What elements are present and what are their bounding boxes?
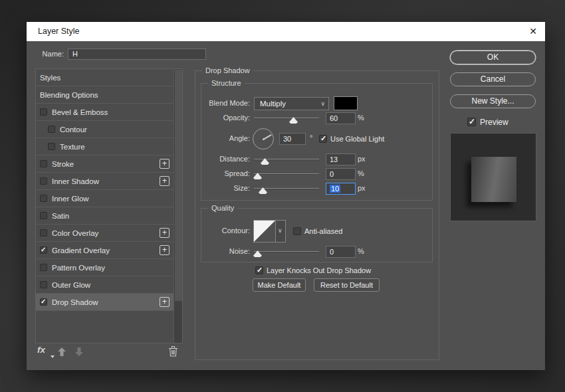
effect-preview-image [471,157,516,202]
list-item-label: Drop Shadow [52,298,98,306]
fx-menu-button[interactable]: fx [37,345,45,355]
list-item-stroke[interactable]: Stroke+ [36,155,173,173]
checkbox[interactable] [40,264,47,271]
spread-slider[interactable] [254,173,319,175]
move-up-icon[interactable] [56,347,67,359]
cancel-button[interactable]: Cancel [450,72,536,86]
name-label: Name: [39,50,64,58]
chevron-down-icon: ∨ [278,227,282,234]
size-input[interactable]: 10 [326,183,356,195]
list-item-label: Satin [52,212,69,220]
checkbox[interactable] [48,126,55,133]
spread-label: Spread: [165,169,250,177]
noise-slider[interactable] [254,251,319,252]
use-global-light-label: Use Global Light [330,135,384,143]
contour-picker-button[interactable]: ∨ [276,220,286,243]
opacity-slider[interactable] [254,118,319,119]
blend-mode-select[interactable]: Multiply ∨ [254,97,329,110]
checkbox[interactable] [40,298,47,306]
distance-input[interactable]: 13 [326,153,356,165]
list-item-pattern-overlay[interactable]: Pattern Overlay [36,259,173,276]
list-item-label: Color Overlay [52,229,98,237]
name-input[interactable]: H [68,49,206,60]
list-item-bevel-emboss[interactable]: Bevel & Emboss [36,104,173,121]
checkbox[interactable] [40,108,47,116]
group-title: Drop Shadow [202,66,253,74]
list-item-outer-glow[interactable]: Outer Glow [36,276,173,294]
fx-caret-icon [51,355,55,358]
new-style-button[interactable]: New Style... [450,94,536,108]
list-item-blending-options[interactable]: Blending Options [36,86,173,104]
list-item-inner-shadow[interactable]: Inner Shadow+ [36,173,173,190]
angle-needle [263,134,272,140]
list-item-label: Contour [60,126,87,134]
list-item-label: Stroke [52,160,74,168]
opacity-unit: % [358,114,364,122]
title-bar[interactable]: Layer Style ✕ [27,22,545,41]
list-item-color-overlay[interactable]: Color Overlay+ [36,225,173,242]
blend-mode-value: Multiply [260,100,286,108]
list-item-label: Inner Shadow [52,177,99,185]
angle-dial[interactable] [253,128,274,149]
noise-label: Noise: [165,247,250,255]
opacity-input[interactable]: 60 [326,112,356,124]
checkbox[interactable] [40,246,47,254]
list-item-label: Pattern Overlay [52,264,105,272]
spread-unit: % [358,169,364,177]
list-item-styles[interactable]: Styles [36,69,173,86]
checkbox[interactable] [40,195,47,202]
delete-effect-icon[interactable] [168,345,178,359]
reset-to-default-button[interactable]: Reset to Default [314,278,380,292]
list-item-contour[interactable]: Contour [36,121,173,138]
spread-input[interactable]: 0 [326,168,356,180]
blend-mode-label: Blend Mode: [165,99,250,107]
ok-button[interactable]: OK [450,50,536,64]
noise-input[interactable]: 0 [326,246,356,258]
distance-label: Distance: [165,155,250,163]
list-item-satin[interactable]: Satin [36,207,173,225]
chevron-down-icon: ∨ [320,98,325,110]
list-item-inner-glow[interactable]: Inner Glow [36,190,173,207]
angle-label: Angle: [165,134,250,142]
contour-label: Contour: [165,227,250,235]
list-item-gradient-overlay[interactable]: Gradient Overlay+ [36,242,173,259]
add-instance-icon[interactable]: + [160,297,170,307]
styles-list: Styles Blending Options Bevel & Emboss C… [35,68,183,343]
scrollbar[interactable] [173,69,182,343]
anti-aliased-checkbox[interactable] [293,227,301,235]
close-icon[interactable]: ✕ [529,25,537,37]
checkbox[interactable] [40,160,47,167]
angle-input[interactable]: 30 [279,133,306,145]
list-item-drop-shadow[interactable]: Drop Shadow+ [36,294,173,311]
checkbox[interactable] [40,177,47,185]
list-item-label: Bevel & Emboss [52,108,108,116]
checkbox[interactable] [40,229,47,237]
effect-preview-panel [450,133,536,221]
distance-unit: px [358,155,366,163]
angle-center-dot [263,138,265,140]
checkbox[interactable] [48,143,55,150]
list-item-label: Texture [60,143,85,151]
list-item-label: Inner Glow [52,195,89,203]
list-item-label: Blending Options [40,91,98,99]
move-down-icon[interactable] [74,347,84,359]
group-title: Quality [208,204,237,212]
shadow-color-swatch[interactable] [334,96,358,110]
checkbox[interactable] [40,281,47,288]
opacity-label: Opacity: [165,114,250,122]
list-item-label: Styles [40,74,60,82]
make-default-button[interactable]: Make Default [253,278,306,292]
preview-checkbox[interactable] [467,118,476,126]
layer-knocks-out-checkbox[interactable] [255,266,263,274]
anti-aliased-label: Anti-aliased [304,227,342,235]
contour-preview[interactable] [253,220,276,243]
dialog-title: Layer Style [38,27,80,36]
use-global-light-checkbox[interactable] [319,135,327,143]
layer-knocks-out-label: Layer Knocks Out Drop Shadow [267,266,371,274]
angle-unit: ° [310,134,312,142]
list-item-texture[interactable]: Texture [36,138,173,155]
checkbox[interactable] [40,212,47,219]
list-item-label: Gradient Overlay [52,246,110,254]
noise-unit: % [358,247,364,255]
size-unit: px [358,184,366,192]
